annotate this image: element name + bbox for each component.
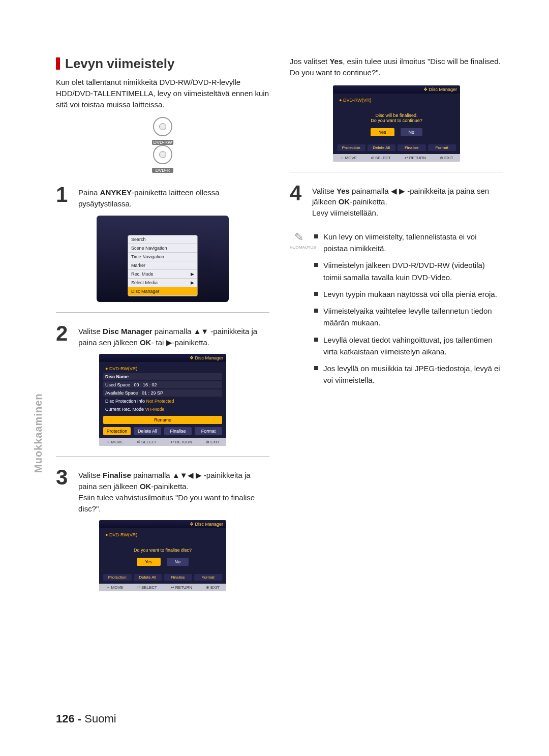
page-number: 126 - — [56, 712, 81, 725]
sb-dialog: Disc will be finalised. Do you want to c… — [337, 105, 456, 141]
step-text: Valitse Finalise painamalla ▲▼◀ ▶ -paini… — [78, 467, 269, 514]
divider — [56, 312, 269, 313]
sb-info-row: Available Space 01 : 29 SP — [103, 389, 222, 397]
sb-media: ● DVD-RW(VR) — [103, 365, 222, 372]
menu-item: Time Navigation — [128, 253, 197, 261]
step-number: 4 — [290, 183, 305, 204]
continue-dialog-screenshot: ❖ Disc Manager ● DVD-RW(VR) Disc will be… — [333, 85, 460, 162]
menu-item-selected: Disc Manager — [128, 287, 197, 296]
sb-media: ● DVD-RW(VR) — [103, 531, 222, 538]
sb-tabs: Protection Delete All Finalise Format — [337, 144, 456, 151]
finalise-dialog-screenshot: ❖ Disc Manager ● DVD-RW(VR) Do you want … — [99, 520, 226, 591]
yes-button: Yes — [137, 558, 161, 566]
sb-btn: Delete All — [134, 427, 161, 435]
bullet-icon — [314, 366, 318, 370]
note-block: ✎HUOMAUTUS Kun levy on viimeistelty, tal… — [290, 231, 503, 391]
left-column: Levyn viimeistely Kun olet tallentanut n… — [56, 56, 269, 601]
anykey-menu-list: Search Scene Navigation Time Navigation … — [128, 235, 198, 296]
menu-item: Marker — [128, 261, 197, 270]
divider — [56, 456, 269, 457]
step-number: 1 — [56, 184, 71, 205]
menu-item: Select Media▶ — [128, 279, 197, 287]
step-text: Valitse Yes painamalla ◀ ▶ -painikkeita … — [312, 183, 503, 219]
content-columns: Levyn viimeistely Kun olet tallentanut n… — [56, 56, 503, 601]
bullet-icon — [314, 234, 318, 238]
sb-dialog: Do you want to finalise disc? Yes No — [103, 539, 222, 571]
note-item: Levyllä olevat tiedot vahingoittuvat, jo… — [314, 334, 503, 358]
step-3: 3 Valitse Finalise painamalla ▲▼◀ ▶ -pai… — [56, 467, 269, 514]
note-list: Kun levy on viimeistelty, tallennelistas… — [314, 231, 503, 391]
sb-title: ❖ Disc Manager — [333, 85, 460, 94]
sb-btn: Format — [195, 427, 222, 435]
sb-btn: Finalise — [164, 427, 192, 435]
note-item: Viimeistelyn jälkeen DVD-R/DVD-RW (video… — [314, 259, 503, 283]
disc-type-icons: DVD-RW DVD-R — [56, 117, 269, 173]
step-4: 4 Valitse Yes painamalla ◀ ▶ -painikkeit… — [290, 183, 503, 219]
right-intro: Jos valitset Yes, esiin tulee uusi ilmoi… — [290, 56, 503, 78]
sb-title: ❖ Disc Manager — [99, 354, 226, 362]
bullet-icon — [314, 338, 318, 342]
step-2: 2 Valitse Disc Manager painamalla ▲▼ -pa… — [56, 323, 269, 348]
disc-manager-screenshot: ❖ Disc Manager ● DVD-RW(VR) Disc Name Us… — [99, 354, 226, 446]
note-item: Viimeistelyaika vaihtelee levylle tallen… — [314, 305, 503, 329]
dvd-r-icon: DVD-R — [56, 157, 269, 173]
note-item: Kun levy on viimeistelty, tallennelistas… — [314, 231, 503, 255]
note-item: Jos levyllä on musiikkia tai JPEG-tiedos… — [314, 362, 503, 386]
sb-info-row: Disc Protection Info Not Protected — [103, 398, 222, 405]
page-footer: 126 - Suomi — [56, 712, 116, 725]
no-button: No — [167, 558, 189, 566]
sb-info-row: Disc Name — [103, 373, 222, 380]
yes-button: Yes — [371, 128, 394, 136]
bullet-icon — [314, 309, 318, 313]
intro-paragraph: Kun olet tallentanut nimikkeitä DVD-RW/D… — [56, 77, 269, 110]
page-language: Suomi — [84, 712, 116, 725]
note-icon: ✎HUOMAUTUS — [290, 231, 308, 250]
disc-icon — [153, 117, 172, 136]
sb-footer: ↔ MOVE ⏎ SELECT ↩ RETURN ⊗ EXIT — [99, 438, 226, 446]
sb-footer: ↔ MOVE ⏎ SELECT ↩ RETURN ⊗ EXIT — [99, 584, 226, 591]
sb-title: ❖ Disc Manager — [99, 520, 226, 528]
menu-item: Scene Navigation — [128, 244, 197, 253]
no-button: No — [401, 128, 423, 136]
anykey-menu-screenshot: Search Scene Navigation Time Navigation … — [97, 216, 229, 302]
step-number: 3 — [56, 467, 71, 488]
sb-tabs: Protection Delete All Finalise Format — [103, 574, 222, 581]
right-column: Jos valitset Yes, esiin tulee uusi ilmoi… — [290, 56, 503, 601]
sb-btn: Rename — [103, 416, 222, 424]
sb-media: ● DVD-RW(VR) — [337, 97, 456, 104]
step-text: Valitse Disc Manager painamalla ▲▼ -pain… — [78, 323, 269, 348]
bullet-icon — [314, 292, 318, 296]
bullet-icon — [314, 263, 318, 267]
sb-info-row: Used Space 00 : 16 : 02 — [103, 381, 222, 388]
dvd-rw-icon: DVD-RW — [56, 129, 269, 145]
sb-footer: ↔ MOVE ⏎ SELECT ↩ RETURN ⊗ EXIT — [333, 154, 460, 162]
divider — [290, 172, 503, 172]
sb-buttons: Rename — [103, 416, 222, 424]
note-item: Levyn tyypin mukaan näytössä voi olla pi… — [314, 288, 503, 300]
section-title-text: Levyn viimeistely — [65, 56, 174, 71]
sb-btn: Protection — [103, 427, 131, 435]
sidebar-section-label: Muokkaaminen — [33, 394, 44, 473]
menu-item: Search — [128, 235, 197, 244]
step-number: 2 — [56, 323, 71, 344]
step-1: 1 Paina ANYKEY-painiketta laitteen olles… — [56, 184, 269, 209]
sb-info-row: Current Rec. Mode VR-Mode — [103, 406, 222, 413]
disc-icon — [153, 145, 172, 164]
section-title: Levyn viimeistely — [56, 56, 269, 72]
red-marker-icon — [56, 57, 60, 70]
step-text: Paina ANYKEY-painiketta laitteen ollessa… — [78, 184, 269, 209]
menu-item: Rec. Mode▶ — [128, 270, 197, 279]
